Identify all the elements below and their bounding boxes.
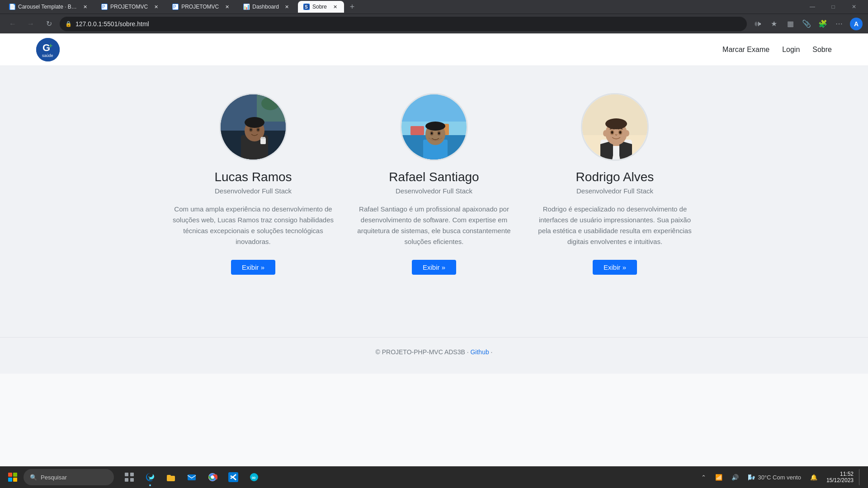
browser-tab-2[interactable]: P PROJETOMVC ✕	[96, 1, 165, 13]
taskbar-file-explorer[interactable]	[161, 467, 181, 487]
lock-icon: 🔒	[65, 21, 72, 27]
tab-close-3[interactable]: ✕	[223, 3, 231, 10]
forward-button[interactable]: →	[24, 17, 38, 31]
tab-favicon-1: 📄	[9, 4, 15, 10]
browser-tab-5-active[interactable]: S Sobre ✕	[298, 1, 344, 13]
clock-widget[interactable]: 11:52 15/12/2023	[823, 469, 857, 485]
close-button[interactable]: ✕	[844, 0, 864, 14]
tab-favicon-5: S	[303, 4, 310, 10]
taskbar-chrome-app[interactable]	[203, 467, 222, 487]
svg-rect-45	[613, 142, 619, 146]
weather-icon: 🌬️	[748, 474, 755, 481]
favorites-button[interactable]: ★	[767, 17, 781, 31]
svg-text:S: S	[305, 5, 308, 9]
tab-title-1: Carousel Template · Bootstrap v	[18, 4, 77, 10]
svg-text:saúde: saúde	[42, 53, 53, 58]
member-role-rafael: Desenvolvedor Full Stack	[396, 187, 472, 195]
svg-point-48	[611, 131, 613, 134]
extensions-button[interactable]: 🧩	[816, 17, 830, 31]
new-tab-button[interactable]: +	[346, 1, 359, 13]
nav-login[interactable]: Login	[782, 46, 800, 54]
chevron-up-icon: ⌃	[701, 474, 706, 481]
taskbar-search-box[interactable]: 🔍 Pesquisar	[24, 469, 114, 485]
member-role-lucas: Desenvolvedor Full Stack	[215, 187, 292, 195]
tab-title-5: Sobre	[312, 4, 327, 10]
brand-logo: G + saúde	[36, 38, 60, 61]
address-text: 127.0.0.1:5501/sobre.html	[75, 20, 149, 28]
avatar-rafael	[400, 93, 468, 161]
taskbar-vscode-app[interactable]	[223, 467, 243, 487]
svg-point-35	[431, 132, 433, 135]
svg-rect-58	[188, 474, 196, 480]
taskbar-task-view[interactable]	[119, 467, 139, 487]
more-button[interactable]: ⋯	[832, 17, 846, 31]
tab-close-2[interactable]: ✕	[152, 3, 160, 10]
exibir-button-rafael[interactable]: Exibir »	[412, 260, 456, 275]
system-tray-icons[interactable]: ⌃	[698, 472, 710, 483]
tab-title-3: PROJETOMVC	[181, 4, 219, 10]
brand-logo-link[interactable]: G + saúde	[36, 38, 60, 61]
svg-point-32	[425, 122, 445, 131]
footer-copyright: © PROJETO-PHP-MVC ADS3B ·	[375, 348, 470, 356]
footer-trailing: ·	[489, 348, 493, 356]
svg-text:+: +	[49, 42, 52, 49]
tab-title-4: Dashboard	[252, 4, 279, 10]
split-screen-button[interactable]: ▦	[783, 17, 797, 31]
browser-tab-4[interactable]: 📊 Dashboard ✕	[238, 1, 296, 13]
collections-button[interactable]: 📎	[799, 17, 814, 31]
read-aloud-button[interactable]: 🕪	[750, 17, 765, 31]
taskbar-extra-app[interactable]: ∞	[244, 467, 264, 487]
volume-icon[interactable]: 🔊	[728, 472, 742, 483]
tab-close-1[interactable]: ✕	[81, 3, 89, 10]
minimize-button[interactable]: —	[802, 0, 823, 14]
svg-text:P: P	[102, 5, 105, 9]
avatar-lucas	[219, 93, 287, 161]
member-bio-rafael: Rafael Santiago é um profissional apaixo…	[353, 204, 515, 247]
navbar: G + saúde Marcar Exame Login Sobre	[0, 33, 868, 66]
taskbar-apps: ∞	[119, 467, 264, 487]
svg-point-20	[250, 129, 252, 131]
tab-close-5[interactable]: ✕	[331, 3, 339, 10]
svg-point-17	[245, 117, 264, 128]
svg-point-51	[625, 130, 629, 136]
browser-title-bar: 📄 Carousel Template · Bootstrap v ✕ P PR…	[0, 0, 868, 14]
notification-icon[interactable]: 🔔	[807, 472, 821, 483]
exibir-button-lucas[interactable]: Exibir »	[231, 260, 275, 275]
member-name-lucas: Lucas Ramos	[214, 170, 292, 184]
network-icon[interactable]: 📶	[712, 472, 726, 483]
nav-sobre[interactable]: Sobre	[812, 46, 832, 54]
exibir-button-rodrigo[interactable]: Exibir »	[593, 260, 637, 275]
svg-point-36	[438, 132, 440, 135]
back-button[interactable]: ←	[5, 17, 20, 31]
toolbar-right: 🕪 ★ ▦ 📎 🧩 ⋯ A	[750, 17, 863, 31]
team-card-rodrigo: Rodrigo Alves Desenvolvedor Full Stack R…	[533, 93, 696, 275]
taskbar: 🔍 Pesquisar	[0, 466, 868, 488]
reload-button[interactable]: ↻	[42, 17, 56, 31]
maximize-button[interactable]: □	[823, 0, 844, 14]
bell-icon: 🔔	[810, 474, 817, 481]
taskbar-mail-app[interactable]	[182, 467, 202, 487]
show-desktop-button[interactable]	[859, 469, 861, 485]
taskbar-edge-app[interactable]	[140, 467, 160, 487]
start-button[interactable]	[4, 468, 22, 486]
team-card-rafael: Rafael Santiago Desenvolvedor Full Stack…	[353, 93, 515, 275]
address-bar[interactable]: 🔒 127.0.0.1:5501/sobre.html	[60, 17, 747, 31]
tab-close-4[interactable]: ✕	[283, 3, 291, 10]
profile-button[interactable]: A	[850, 18, 863, 30]
svg-text:P: P	[173, 5, 176, 9]
website-content: G + saúde Marcar Exame Login Sobre	[0, 33, 868, 374]
navbar-nav: Marcar Exame Login Sobre	[722, 46, 832, 54]
member-bio-lucas: Com uma ampla experiência no desenvolvim…	[172, 204, 335, 247]
footer-github-link[interactable]: Github	[470, 348, 489, 356]
browser-tab-1[interactable]: 📄 Carousel Template · Bootstrap v ✕	[4, 1, 94, 13]
browser-tab-3[interactable]: P PROJETOMVC ✕	[167, 1, 236, 13]
svg-rect-22	[260, 138, 266, 144]
team-grid: Lucas Ramos Desenvolvedor Full Stack Com…	[163, 93, 705, 275]
tab-title-2: PROJETOMVC	[110, 4, 148, 10]
footer: © PROJETO-PHP-MVC ADS3B · Github ·	[0, 337, 868, 374]
svg-rect-54	[125, 478, 128, 482]
browser-window: 📄 Carousel Template · Bootstrap v ✕ P PR…	[0, 0, 868, 33]
weather-widget[interactable]: 🌬️ 30°C Com vento	[744, 472, 805, 483]
svg-point-14	[261, 97, 279, 110]
nav-marcar-exame[interactable]: Marcar Exame	[722, 46, 769, 54]
